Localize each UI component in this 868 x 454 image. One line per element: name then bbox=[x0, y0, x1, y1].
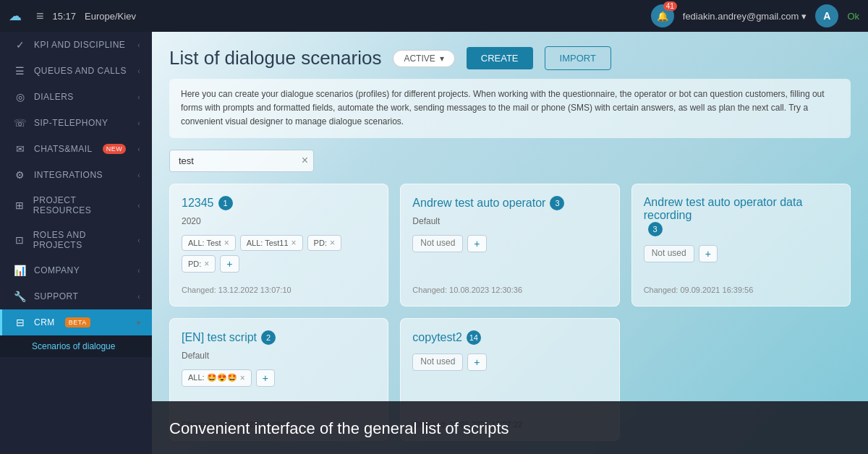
card-changed: Changed: 09.09.2021 16:39:56 bbox=[644, 286, 838, 294]
sidebar-item-dialers-label: DIALERS bbox=[34, 92, 74, 102]
sidebar-item-support[interactable]: 🔧 SUPPORT ‹ bbox=[0, 283, 152, 309]
search-bar: × bbox=[169, 150, 314, 172]
card-tags: Not used + bbox=[644, 245, 838, 262]
import-button[interactable]: IMPORT bbox=[545, 46, 611, 70]
card-badge: 3 bbox=[648, 222, 663, 236]
search-clear-icon[interactable]: × bbox=[302, 154, 308, 167]
status-filter-badge[interactable]: ACTIVE ▾ bbox=[393, 50, 454, 67]
sidebar-item-chats[interactable]: ✉ CHATS&MAIL NEW ‹ bbox=[0, 136, 152, 162]
add-tag-button[interactable]: + bbox=[220, 255, 239, 273]
sidebar-item-chats-label: CHATS&MAIL bbox=[34, 144, 93, 154]
card-12345[interactable]: 12345 1 2020 ALL: Test × ALL: Test11 × P… bbox=[169, 184, 388, 307]
card-badge: 14 bbox=[467, 330, 481, 345]
not-used-label: Not used bbox=[644, 245, 694, 262]
project-icon: ⊞ bbox=[14, 200, 26, 211]
add-tag-button[interactable]: + bbox=[256, 369, 275, 387]
card-subtitle: Default bbox=[412, 216, 607, 226]
chevron-icon: ‹ bbox=[137, 67, 140, 75]
card-andrew-data-recording[interactable]: Andrew test auto operator data recording… bbox=[631, 184, 851, 307]
support-icon: 🔧 bbox=[14, 291, 27, 302]
add-tag-button[interactable]: + bbox=[699, 245, 718, 262]
user-avatar[interactable]: A bbox=[815, 4, 838, 27]
sidebar-item-roles[interactable]: ⊡ ROLES AND PROJECTS ‹ bbox=[0, 223, 152, 257]
overlay-text: Convenient interface of the general list… bbox=[169, 419, 509, 437]
card-badge: 2 bbox=[261, 330, 276, 345]
chevron-icon: ‹ bbox=[137, 119, 140, 127]
add-tag-button[interactable]: + bbox=[467, 235, 486, 252]
sidebar-item-project-label: PROJECT RESOURCES bbox=[33, 195, 130, 215]
topbar-timezone: Europe/Kiev bbox=[85, 11, 136, 22]
card-title: 12345 bbox=[182, 197, 214, 210]
card-title: Andrew test auto operator bbox=[412, 197, 545, 210]
tag-remove-icon[interactable]: × bbox=[292, 238, 297, 248]
tag-remove-icon[interactable]: × bbox=[330, 238, 335, 248]
sidebar-item-support-label: SUPPORT bbox=[34, 291, 78, 301]
main-layout: ✓ KPI AND DISCIPLINE ‹ ☰ QUEUES AND CALL… bbox=[0, 32, 868, 454]
sidebar-subitem-scenarios[interactable]: Scenarios of dialogue bbox=[0, 335, 152, 357]
not-used-label: Not used bbox=[412, 354, 463, 371]
chevron-down-icon: ▾ bbox=[137, 319, 141, 327]
crm-icon: ⊟ bbox=[14, 317, 27, 328]
sidebar-item-sip-label: SIP-TELEPHONY bbox=[34, 118, 109, 128]
sidebar-item-integrations-label: INTEGRATIONS bbox=[34, 170, 103, 180]
tag-pd2[interactable]: PD: × bbox=[182, 255, 216, 273]
topbar-time: 15:17 bbox=[53, 11, 77, 22]
chat-icon: ✉ bbox=[14, 143, 27, 155]
card-title: Andrew test auto operator data recording bbox=[644, 196, 838, 222]
ok-status: Ok bbox=[847, 11, 859, 22]
check-icon: ✓ bbox=[14, 39, 27, 51]
bottom-overlay: Convenient interface of the general list… bbox=[152, 401, 868, 454]
sidebar-item-company[interactable]: 📊 COMPANY ‹ bbox=[0, 257, 152, 283]
card-subtitle: Default bbox=[182, 351, 376, 361]
card-badge: 3 bbox=[550, 196, 564, 210]
tag-pd1[interactable]: PD: × bbox=[307, 235, 341, 251]
sidebar: ✓ KPI AND DISCIPLINE ‹ ☰ QUEUES AND CALL… bbox=[0, 32, 152, 454]
sidebar-item-crm[interactable]: ⊟ CRM BETA ▾ bbox=[0, 309, 152, 335]
menu-toggle-icon[interactable]: ≡ bbox=[36, 9, 44, 24]
notification-badge: 41 bbox=[663, 1, 677, 11]
content-header: List of dialogue scenarios ACTIVE ▾ CREA… bbox=[152, 32, 868, 79]
beta-badge: BETA bbox=[65, 317, 90, 327]
notifications-button[interactable]: 🔔 41 bbox=[651, 4, 674, 27]
sidebar-item-roles-label: ROLES AND PROJECTS bbox=[33, 230, 130, 250]
search-input[interactable] bbox=[169, 150, 314, 172]
card-tags: Not used + bbox=[412, 235, 607, 252]
card-andrew-auto[interactable]: Andrew test auto operator 3 Default Not … bbox=[400, 184, 619, 307]
new-badge: NEW bbox=[103, 144, 127, 154]
sidebar-item-project[interactable]: ⊞ PROJECT RESOURCES ‹ bbox=[0, 188, 152, 223]
page-title: List of dialogue scenarios bbox=[169, 47, 381, 69]
status-label: ACTIVE bbox=[404, 53, 435, 64]
not-used-label: Not used bbox=[412, 235, 463, 252]
chevron-icon: ‹ bbox=[137, 93, 140, 101]
phone-icon: ☏ bbox=[14, 117, 27, 129]
sidebar-item-sip[interactable]: ☏ SIP-TELEPHONY ‹ bbox=[0, 110, 152, 136]
chevron-icon: ‹ bbox=[137, 202, 140, 210]
chevron-icon: ‹ bbox=[137, 41, 140, 49]
tag-all-test[interactable]: ALL: Test × bbox=[182, 235, 236, 251]
list-icon: ☰ bbox=[14, 65, 27, 77]
company-icon: 📊 bbox=[14, 265, 27, 276]
sidebar-item-integrations[interactable]: ⚙ INTEGRATIONS ‹ bbox=[0, 162, 152, 188]
sidebar-item-queues[interactable]: ☰ QUEUES AND CALLS ‹ bbox=[0, 58, 152, 84]
tag-remove-icon[interactable]: × bbox=[204, 259, 209, 269]
tag-remove-icon[interactable]: × bbox=[224, 238, 229, 248]
chevron-icon: ‹ bbox=[137, 293, 140, 301]
sidebar-item-crm-label: CRM bbox=[34, 317, 55, 327]
sidebar-item-dialers[interactable]: ◎ DIALERS ‹ bbox=[0, 84, 152, 110]
chevron-icon: ‹ bbox=[137, 145, 140, 153]
tag-emoji[interactable]: ALL: 🤩😍🤩 × bbox=[182, 369, 252, 387]
tag-all-test11[interactable]: ALL: Test11 × bbox=[240, 235, 303, 251]
card-title: [EN] test script bbox=[182, 331, 257, 344]
tag-remove-icon[interactable]: × bbox=[240, 373, 245, 383]
create-button[interactable]: CREATE bbox=[467, 47, 533, 69]
roles-icon: ⊡ bbox=[14, 234, 26, 246]
sidebar-item-kpi[interactable]: ✓ KPI AND DISCIPLINE ‹ bbox=[0, 32, 152, 58]
user-email[interactable]: fediakin.andrey@gmail.com ▾ bbox=[683, 11, 807, 22]
add-tag-button[interactable]: + bbox=[467, 354, 486, 371]
card-badge: 1 bbox=[218, 196, 233, 210]
chevron-icon: ‹ bbox=[137, 171, 140, 179]
topbar: ☁ ≡ 15:17 Europe/Kiev 🔔 41 fediakin.andr… bbox=[0, 0, 868, 32]
card-subtitle: 2020 bbox=[182, 216, 376, 226]
sidebar-item-kpi-label: KPI AND DISCIPLINE bbox=[34, 40, 125, 50]
card-title: copytest2 bbox=[412, 331, 461, 344]
